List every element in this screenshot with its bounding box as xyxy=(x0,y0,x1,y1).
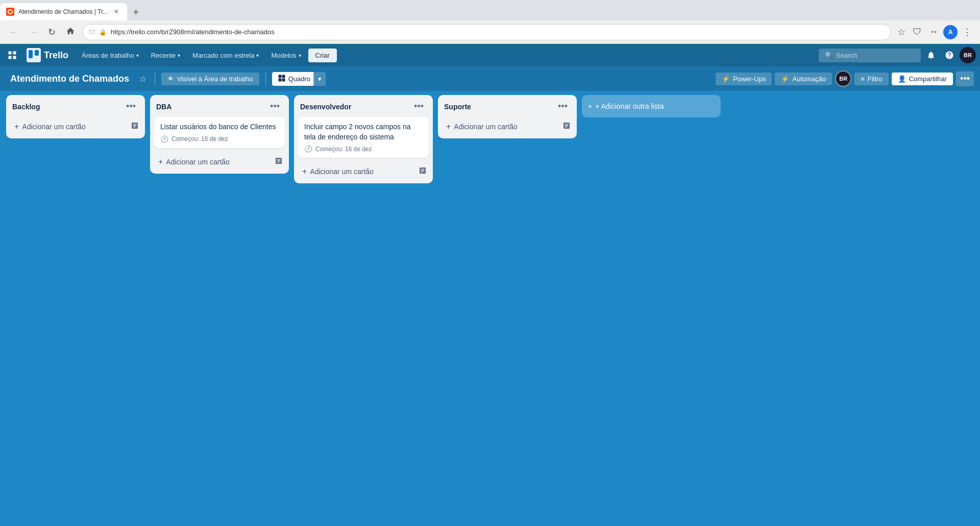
add-card-footer-dba: + Adicionar um cartão xyxy=(150,152,289,174)
quadro-chevron-button[interactable]: ▾ xyxy=(313,72,326,86)
power-icon: ⚡ xyxy=(722,75,730,83)
card-template-button-backlog[interactable] xyxy=(129,119,141,134)
grid-menu-button[interactable] xyxy=(4,47,20,63)
more-options-button[interactable]: ••• xyxy=(956,71,974,86)
plus-icon-dev: + xyxy=(302,167,307,176)
list-menu-backlog[interactable]: ••• xyxy=(123,100,139,113)
plus-icon-suporte: + xyxy=(446,122,451,131)
user-avatar[interactable]: BR xyxy=(960,47,976,63)
modelos-menu[interactable]: Modelos ▾ xyxy=(266,49,306,62)
list-cards-dba: Listar usuários do banco de Clientes 🕐 C… xyxy=(150,117,289,152)
recente-menu[interactable]: Recente ▾ xyxy=(146,49,185,62)
marcado-chevron-icon: ▾ xyxy=(256,53,259,58)
board-header-right: ⚡ Power-Ups ⚡ Automação BR ≡ Filtro 👤 Co… xyxy=(716,70,974,87)
svg-point-2 xyxy=(9,10,12,13)
svg-rect-4 xyxy=(13,52,16,55)
help-button[interactable] xyxy=(941,47,958,63)
modelos-chevron-icon: ▾ xyxy=(299,53,301,58)
back-button[interactable]: ← xyxy=(6,26,21,39)
notification-button[interactable] xyxy=(923,47,939,63)
marcado-menu[interactable]: Marcado com estrela ▾ xyxy=(187,49,264,62)
list-menu-dba[interactable]: ••• xyxy=(267,100,283,113)
person-plus-icon: 👤 xyxy=(898,75,906,83)
list-suporte: Suporte ••• + Adicionar um cartão xyxy=(438,95,577,138)
visible-button[interactable]: 👁 Visível à Área de trabalho xyxy=(161,73,259,85)
add-card-button-suporte[interactable]: + Adicionar um cartão xyxy=(442,119,560,134)
list-title-backlog: Backlog xyxy=(12,103,119,111)
svg-rect-10 xyxy=(278,75,281,78)
search-input[interactable] xyxy=(836,52,908,59)
card-title-incluir: Incluir campo 2 novos campos na tela de … xyxy=(304,122,423,142)
card-title-listar: Listar usuários do banco de Clientes xyxy=(160,122,279,132)
clock-icon: 🕐 xyxy=(160,135,168,143)
tab-favicon xyxy=(6,8,14,16)
areas-chevron-icon: ▾ xyxy=(136,53,139,58)
lock-icon: 🔒 xyxy=(99,29,107,36)
svg-rect-6 xyxy=(13,56,16,59)
automacao-button[interactable]: ⚡ Automação xyxy=(775,73,832,85)
board-member-avatar[interactable]: BR xyxy=(835,70,851,87)
search-container[interactable]: 🔍 xyxy=(819,49,921,62)
tab-title-text: Atendimento de Chamados | Tr... xyxy=(18,8,108,15)
list-dba: DBA ••• Listar usuários do banco de Clie… xyxy=(150,95,289,174)
profile-button[interactable]: A xyxy=(943,25,958,39)
svg-rect-12 xyxy=(278,78,281,81)
board-title[interactable]: Atendimento de Chamados xyxy=(6,71,133,86)
areas-de-trabalho-menu[interactable]: Áreas de trabalho ▾ xyxy=(77,49,144,62)
board-content: Backlog ••• + Adicionar um cartão D xyxy=(0,91,980,526)
search-icon: 🔍 xyxy=(825,52,833,59)
tab-close-button[interactable]: × xyxy=(112,7,120,17)
svg-rect-9 xyxy=(35,50,39,56)
trello-logo[interactable]: Trello xyxy=(22,46,72,64)
list-header-backlog: Backlog ••• xyxy=(6,95,145,117)
card-template-button-suporte[interactable] xyxy=(560,119,573,134)
card-date-listar: Começou: 16 de dez xyxy=(172,135,228,142)
bookmark-button[interactable]: ☆ xyxy=(895,25,908,40)
shield-security-button[interactable]: 🛡 xyxy=(911,25,924,39)
quadro-button[interactable]: Quadro xyxy=(272,72,313,86)
compartilhar-button[interactable]: 👤 Compartilhar xyxy=(892,73,953,85)
card-listar-usuarios[interactable]: Listar usuários do banco de Clientes 🕐 C… xyxy=(154,117,285,148)
list-header-dba: DBA ••• xyxy=(150,95,289,117)
criar-button[interactable]: Criar xyxy=(308,49,337,62)
eye-icon: 👁 xyxy=(167,75,174,83)
card-date-incluir: Começou: 16 de dez xyxy=(315,146,372,153)
add-card-button-dba[interactable]: + Adicionar um cartão xyxy=(154,154,273,170)
header-separator xyxy=(155,73,155,85)
sync-button[interactable]: ↔ xyxy=(927,25,940,39)
add-card-button-backlog[interactable]: + Adicionar um cartão xyxy=(10,119,129,134)
browser-toolbar: ← → ↻ 🛡 🔒 ☆ 🛡 ↔ A ⋮ xyxy=(0,20,980,44)
filtro-button[interactable]: ≡ Filtro xyxy=(854,73,888,85)
list-header-suporte: Suporte ••• xyxy=(438,95,577,117)
list-title-dba: DBA xyxy=(156,103,263,111)
reload-button[interactable]: ↻ xyxy=(45,26,59,39)
add-card-button-desenvolvedor[interactable]: + Adicionar um cartão xyxy=(298,164,416,179)
list-title-desenvolvedor: Desenvolvedor xyxy=(300,103,407,111)
svg-rect-11 xyxy=(282,75,285,78)
home-button[interactable] xyxy=(63,25,78,39)
add-card-footer-desenvolvedor: + Adicionar um cartão xyxy=(294,162,433,183)
browser-actions: ☆ 🛡 ↔ A ⋮ xyxy=(895,25,974,40)
address-bar-input[interactable] xyxy=(111,28,885,36)
new-tab-button[interactable]: + xyxy=(129,5,143,20)
address-bar-container[interactable]: 🛡 🔒 xyxy=(82,24,891,40)
card-template-button-dev[interactable] xyxy=(416,164,429,179)
list-backlog: Backlog ••• + Adicionar um cartão xyxy=(6,95,145,138)
extensions-button[interactable]: ⋮ xyxy=(961,25,974,40)
star-board-button[interactable]: ☆ xyxy=(137,72,149,86)
browser-tab[interactable]: Atendimento de Chamados | Tr... × xyxy=(0,3,127,20)
plus-icon-add-list: + xyxy=(588,102,592,110)
list-menu-suporte[interactable]: ••• xyxy=(555,100,571,113)
recente-chevron-icon: ▾ xyxy=(178,53,180,58)
card-incluir-campo[interactable]: Incluir campo 2 novos campos na tela de … xyxy=(298,117,429,158)
header-separator-2 xyxy=(265,73,266,85)
shield-icon: 🛡 xyxy=(89,29,95,36)
forward-button[interactable]: → xyxy=(26,26,41,39)
svg-rect-5 xyxy=(9,56,12,59)
card-template-button-dba[interactable] xyxy=(273,155,285,169)
add-list-button[interactable]: + + Adicionar outra lista xyxy=(582,95,721,117)
list-menu-desenvolvedor[interactable]: ••• xyxy=(411,100,427,113)
grid-view-icon xyxy=(278,75,285,83)
power-ups-button[interactable]: ⚡ Power-Ups xyxy=(716,73,772,85)
list-title-suporte: Suporte xyxy=(444,103,551,111)
